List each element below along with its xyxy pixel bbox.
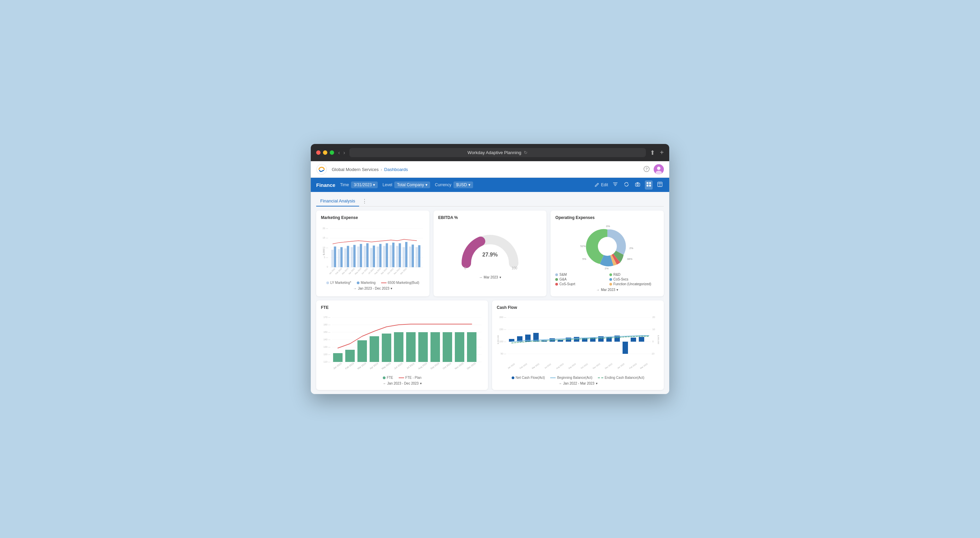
share-icon[interactable]: ⬆ — [650, 149, 655, 157]
svg-rect-136 — [549, 338, 555, 342]
svg-rect-56 — [418, 245, 420, 267]
ebitda-period[interactable]: → Mar 2023 ▾ — [438, 275, 542, 279]
svg-text:Jun 2023: Jun 2023 — [394, 362, 403, 370]
fte-chart: 170 — 160 — 150 — 140 — 130 — 120 — 110 … — [321, 313, 483, 373]
svg-rect-30 — [334, 246, 336, 267]
breadcrumb-company[interactable]: Global Modern Services — [332, 167, 379, 172]
app-bar-right: ? — [644, 164, 664, 175]
marketing-period[interactable]: → Jan 2023 - Dec 2023 ▾ — [321, 287, 425, 290]
svg-text:Mar 2022: Mar 2022 — [531, 363, 540, 369]
grid-icon[interactable] — [645, 181, 653, 190]
edit-button[interactable]: Edit — [595, 183, 608, 187]
currency-value[interactable]: $USD ▾ — [453, 181, 473, 188]
svg-text:Feb 2022: Feb 2022 — [519, 363, 528, 369]
svg-rect-97 — [382, 333, 391, 362]
svg-text:120 —: 120 — — [323, 353, 330, 355]
currency-label: Currency — [435, 183, 452, 187]
time-value[interactable]: 3/31/2023 ▾ — [351, 181, 378, 188]
svg-rect-100 — [418, 332, 428, 362]
toolbar-actions: Edit — [595, 181, 664, 190]
browser-titlebar: ‹ › Workday Adaptive Planning ↻ ⬆ + — [311, 144, 669, 161]
cash-flow-title: Cash Flow — [497, 305, 659, 310]
chevron-down-icon: ▾ — [420, 381, 422, 385]
svg-text:May 2023: May 2023 — [355, 268, 362, 275]
svg-text:2%: 2% — [629, 247, 633, 250]
svg-rect-38 — [360, 244, 362, 267]
table-icon[interactable] — [656, 181, 664, 190]
cash-flow-chart: $,000,000 $,000,000 200 — 150 — 100 — 50… — [497, 313, 659, 373]
fte-card: FTE 170 — 160 — 150 — 140 — 130 — 120 — … — [316, 300, 488, 390]
svg-text:Aug 2023: Aug 2023 — [418, 362, 428, 370]
svg-rect-35 — [351, 247, 353, 267]
svg-rect-141 — [590, 338, 595, 342]
svg-text:15 —: 15 — — [323, 236, 328, 239]
browser-window: ‹ › Workday Adaptive Planning ↻ ⬆ + Glob… — [311, 144, 669, 394]
avatar[interactable] — [654, 164, 664, 175]
new-tab-icon[interactable]: + — [660, 149, 664, 157]
cash-flow-card: Cash Flow $,000,000 $,000,000 200 — 150 … — [492, 300, 664, 390]
svg-rect-40 — [366, 243, 369, 267]
minimize-button[interactable] — [323, 151, 327, 155]
svg-rect-101 — [431, 332, 440, 362]
svg-rect-99 — [406, 332, 415, 362]
breadcrumb-dashboards[interactable]: Dashboards — [384, 167, 408, 172]
svg-text:Feb 2023: Feb 2023 — [629, 363, 638, 369]
svg-rect-145 — [622, 342, 628, 354]
svg-text:Oct 2023: Oct 2023 — [442, 362, 452, 370]
operating-expenses-legend: S&M R&D G&A CoS-Svcs — [555, 273, 659, 286]
svg-rect-102 — [443, 332, 452, 362]
svg-text:Jul 2023: Jul 2023 — [406, 362, 415, 369]
content-area: Financial Analysis ⋮ Marketing Expense $… — [311, 192, 669, 394]
fte-period[interactable]: → Jan 2023 - Dec 2023 ▾ — [321, 381, 483, 385]
svg-text:Jan 2023: Jan 2023 — [617, 363, 625, 369]
chevron-down-icon: ▾ — [425, 183, 428, 187]
arrow-icon: → — [353, 287, 356, 290]
charts-bottom-row: FTE 170 — 160 — 150 — 140 — 130 — 120 — … — [316, 300, 664, 390]
arrow-icon: → — [479, 275, 482, 279]
svg-rect-39 — [364, 246, 366, 267]
arrow-icon: → — [382, 381, 386, 385]
forward-button[interactable]: › — [343, 150, 345, 156]
operating-expenses-title: Operating Expenses — [555, 215, 659, 220]
svg-text:0: 0 — [464, 266, 466, 270]
svg-text:38%: 38% — [627, 257, 632, 260]
ebitda-card: EBITDA % 27.9% 0 100 → — [434, 211, 547, 296]
refresh-icon[interactable] — [622, 181, 630, 190]
traffic-lights — [316, 151, 334, 155]
svg-rect-36 — [353, 245, 356, 267]
svg-text:Aug 2022: Aug 2022 — [556, 363, 565, 369]
svg-rect-98 — [394, 332, 403, 362]
svg-text:0: 0 — [652, 340, 654, 343]
svg-point-4 — [657, 167, 660, 170]
camera-icon[interactable] — [634, 181, 641, 190]
filter-icon[interactable] — [611, 181, 619, 190]
svg-text:110 —: 110 — — [323, 360, 330, 363]
level-value[interactable]: Total Company ▾ — [394, 181, 430, 188]
marketing-expense-title: Marketing Expense — [321, 215, 425, 220]
svg-rect-13 — [647, 184, 649, 187]
tab-financial-analysis[interactable]: Financial Analysis — [316, 196, 359, 206]
back-button[interactable]: ‹ — [338, 150, 340, 156]
maximize-button[interactable] — [330, 151, 334, 155]
tab-more-button[interactable]: ⋮ — [361, 197, 369, 206]
help-icon[interactable]: ? — [644, 166, 650, 173]
svg-text:Feb 2023: Feb 2023 — [345, 362, 354, 370]
address-bar[interactable]: Workday Adaptive Planning ↻ — [349, 148, 646, 157]
close-button[interactable] — [316, 151, 321, 155]
svg-text:Sep 2023: Sep 2023 — [430, 362, 440, 370]
svg-rect-55 — [415, 247, 418, 267]
svg-rect-51 — [402, 247, 405, 267]
svg-rect-94 — [345, 350, 355, 362]
svg-text:Dec 2023: Dec 2023 — [400, 268, 407, 275]
svg-text:Oct 2022: Oct 2022 — [580, 363, 589, 369]
svg-rect-11 — [647, 182, 649, 184]
operating-expenses-period[interactable]: → Mar 2023 ▾ — [555, 288, 659, 292]
svg-rect-12 — [649, 182, 651, 184]
reload-icon[interactable]: ↻ — [524, 150, 528, 155]
svg-text:Sep 2022: Sep 2022 — [568, 363, 577, 369]
cash-flow-period[interactable]: → Jan 2022 - Mar 2023 ▾ — [497, 381, 659, 385]
svg-text:Oct 2023: Oct 2023 — [387, 268, 394, 275]
svg-rect-104 — [467, 332, 476, 362]
svg-text:$,000: $,000 — [322, 249, 325, 255]
svg-text:100 —: 100 — — [499, 340, 506, 343]
